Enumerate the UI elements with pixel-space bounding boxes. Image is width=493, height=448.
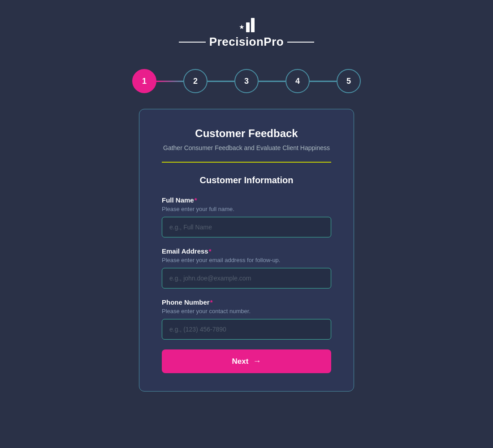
step-indicator: 1 2 3 4 5 bbox=[132, 69, 361, 93]
logo-line-left bbox=[179, 42, 206, 43]
logo-icon: ★ bbox=[239, 18, 255, 32]
email-group: Email Address* Please enter your email a… bbox=[162, 247, 331, 289]
email-hint: Please enter your email address for foll… bbox=[162, 257, 331, 263]
phone-input[interactable] bbox=[162, 319, 331, 340]
email-input[interactable] bbox=[162, 268, 331, 289]
phone-label: Phone Number* bbox=[162, 298, 331, 306]
logo-line-right bbox=[287, 42, 314, 43]
bar1-icon bbox=[246, 22, 250, 32]
bar2-icon bbox=[251, 18, 255, 32]
card-subtitle: Gather Consumer Feedback and Evaluate Cl… bbox=[162, 143, 331, 153]
next-button[interactable]: Next → bbox=[162, 349, 331, 373]
full-name-hint: Please enter your full name. bbox=[162, 206, 331, 212]
full-name-group: Full Name* Please enter your full name. bbox=[162, 196, 331, 237]
card-title: Customer Feedback bbox=[162, 127, 331, 140]
card-divider bbox=[162, 162, 331, 163]
arrow-right-icon: → bbox=[253, 357, 261, 366]
full-name-input[interactable] bbox=[162, 217, 331, 237]
step-connector-3-4 bbox=[259, 81, 285, 82]
step-4-circle[interactable]: 4 bbox=[285, 69, 310, 93]
logo-text: PrecisionPro bbox=[209, 35, 284, 49]
step-connector-4-5 bbox=[310, 81, 337, 82]
step-connector-1-2 bbox=[156, 81, 183, 82]
step-3-circle[interactable]: 3 bbox=[234, 69, 259, 93]
next-label: Next bbox=[232, 357, 249, 366]
main-card: Customer Feedback Gather Consumer Feedba… bbox=[139, 109, 354, 392]
logo-area: ★ PrecisionPro bbox=[175, 18, 318, 49]
section-title: Customer Information bbox=[162, 175, 331, 185]
email-required: * bbox=[209, 247, 212, 255]
step-connector-2-3 bbox=[208, 81, 234, 82]
full-name-label: Full Name* bbox=[162, 196, 331, 204]
star-icon: ★ bbox=[239, 23, 245, 30]
phone-group: Phone Number* Please enter your contact … bbox=[162, 298, 331, 340]
phone-hint: Please enter your contact number. bbox=[162, 308, 331, 314]
step-1-circle[interactable]: 1 bbox=[132, 69, 156, 93]
phone-required: * bbox=[210, 298, 213, 306]
logo-title-row: PrecisionPro bbox=[175, 35, 318, 49]
email-label: Email Address* bbox=[162, 247, 331, 255]
step-5-circle[interactable]: 5 bbox=[337, 69, 361, 93]
full-name-required: * bbox=[195, 196, 197, 204]
step-2-circle[interactable]: 2 bbox=[183, 69, 208, 93]
